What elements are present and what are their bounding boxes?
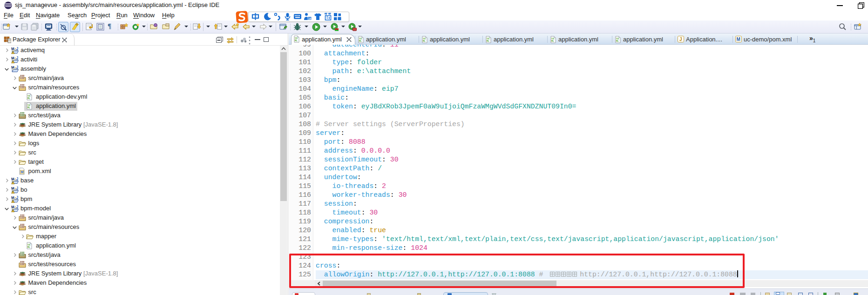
svg-text:J: J [679, 37, 682, 42]
svg-text:J: J [16, 177, 19, 181]
svg-text:ML: ML [27, 97, 30, 100]
svg-text:M: M [737, 37, 740, 42]
svg-text:J: J [16, 195, 19, 200]
svg-text:M: M [11, 186, 14, 190]
svg-text:M: M [11, 195, 14, 200]
svg-text:ML: ML [551, 40, 554, 43]
svg-text:J: J [16, 205, 19, 209]
svg-text:M: M [21, 170, 24, 174]
svg-text:ML: ML [423, 40, 426, 43]
svg-text:J: J [16, 186, 19, 190]
svg-text:ML: ML [487, 40, 489, 43]
svg-text:ML: ML [295, 40, 298, 42]
svg-text:ML: ML [359, 40, 362, 43]
svg-text:M: M [11, 56, 14, 60]
svg-text:M: M [11, 65, 14, 69]
svg-text:J: J [16, 65, 19, 69]
svg-text:ML: ML [27, 107, 30, 109]
svg-text:M: M [11, 47, 14, 51]
svg-text:J: J [16, 47, 19, 51]
svg-text:18: 18 [308, 17, 311, 20]
svg-text:J: J [16, 56, 19, 60]
svg-text:ML: ML [616, 40, 619, 43]
svg-text:M: M [11, 177, 14, 181]
svg-text:ML: ML [27, 246, 30, 249]
svg-text:M: M [11, 205, 14, 209]
